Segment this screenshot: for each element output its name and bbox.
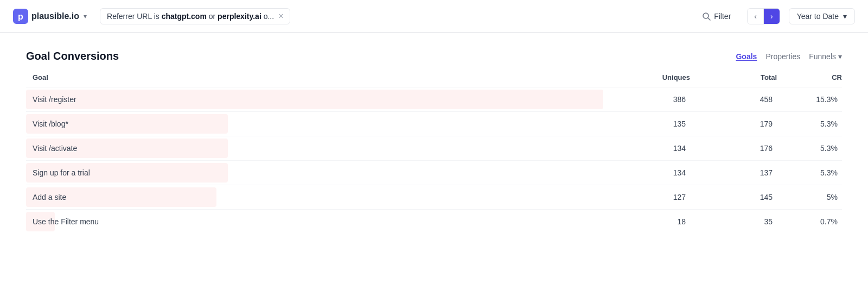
- goal-label: Add a site: [33, 193, 66, 202]
- uniques-cell: 134: [603, 139, 690, 158]
- col-header-total: Total: [690, 73, 777, 81]
- total-cell: 179: [690, 114, 777, 134]
- cr-cell: 5.3%: [777, 139, 842, 158]
- goal-label: Sign up for a trial: [33, 168, 90, 177]
- main-content: Goal Conversions Goals Properties Funnel…: [0, 33, 868, 302]
- goal-label: Use the Filter menu: [33, 217, 99, 226]
- tab-properties[interactable]: Properties: [765, 52, 800, 61]
- col-header-goal: Goal: [26, 73, 603, 81]
- topnav: p plausible.io ▾ Referrer URL is chatgpt…: [0, 0, 868, 33]
- funnels-chevron-icon: ▾: [838, 52, 842, 61]
- date-range-chevron-icon: ▾: [843, 12, 847, 21]
- goal-cell: Add a site: [26, 187, 603, 207]
- cr-cell: 15.3%: [777, 90, 842, 109]
- nav-prev-button[interactable]: ‹: [748, 9, 764, 24]
- cr-cell: 0.7%: [777, 212, 842, 231]
- nav-arrows: ‹ ›: [747, 8, 780, 24]
- tab-funnels[interactable]: Funnels ▾: [809, 52, 842, 61]
- table-row[interactable]: Add a site 127 145 5%: [26, 185, 842, 209]
- tab-goals[interactable]: Goals: [736, 52, 757, 61]
- filter-button[interactable]: Filter: [694, 9, 738, 24]
- search-icon: [702, 12, 711, 21]
- date-range-selector[interactable]: Year to Date ▾: [789, 8, 855, 24]
- cr-cell: 5.3%: [777, 163, 842, 183]
- table-header: Goal Uniques Total CR: [26, 73, 842, 87]
- goals-table: Goal Uniques Total CR Visit /register 38…: [26, 73, 842, 234]
- table-row[interactable]: Visit /activate 134 176 5.3%: [26, 136, 842, 160]
- table-row[interactable]: Use the Filter menu 18 35 0.7%: [26, 210, 842, 234]
- uniques-cell: 127: [603, 187, 690, 207]
- goal-cell: Visit /blog*: [26, 114, 603, 134]
- plausible-logo-icon: p: [13, 9, 28, 24]
- goal-label: Visit /activate: [33, 144, 77, 153]
- tab-group: Goals Properties Funnels ▾: [736, 52, 842, 61]
- total-cell: 458: [690, 90, 777, 109]
- filter-button-label: Filter: [714, 12, 731, 21]
- col-header-uniques: Uniques: [603, 73, 690, 81]
- cr-cell: 5%: [777, 187, 842, 207]
- section-title: Goal Conversions: [26, 50, 119, 62]
- filter-label: Referrer URL is chatgpt.com or perplexit…: [107, 12, 274, 21]
- filter-close-button[interactable]: ×: [278, 12, 283, 21]
- logo-area[interactable]: p plausible.io ▾: [13, 9, 87, 24]
- total-cell: 35: [690, 212, 777, 231]
- logo-chevron-icon: ▾: [84, 12, 87, 20]
- goal-cell: Sign up for a trial: [26, 163, 603, 183]
- table-row[interactable]: Visit /register 386 458 15.3%: [26, 87, 842, 111]
- goal-bar: [26, 90, 603, 109]
- goal-label: Visit /register: [33, 95, 76, 104]
- uniques-cell: 135: [603, 114, 690, 134]
- date-range-label: Year to Date: [797, 12, 839, 21]
- col-header-cr: CR: [777, 73, 842, 81]
- table-body: Visit /register 386 458 15.3% Visit /blo…: [26, 87, 842, 234]
- uniques-cell: 18: [603, 212, 690, 231]
- section-header: Goal Conversions Goals Properties Funnel…: [26, 50, 842, 62]
- uniques-cell: 134: [603, 163, 690, 183]
- logo-text: plausible.io: [31, 11, 79, 21]
- svg-text:p: p: [18, 12, 23, 21]
- cr-cell: 5.3%: [777, 114, 842, 134]
- filter-pill: Referrer URL is chatgpt.com or perplexit…: [100, 8, 290, 24]
- goal-cell: Visit /activate: [26, 139, 603, 158]
- svg-line-3: [708, 18, 710, 20]
- total-cell: 137: [690, 163, 777, 183]
- total-cell: 176: [690, 139, 777, 158]
- total-cell: 145: [690, 187, 777, 207]
- table-row[interactable]: Visit /blog* 135 179 5.3%: [26, 112, 842, 136]
- table-row[interactable]: Sign up for a trial 134 137 5.3%: [26, 161, 842, 185]
- goal-cell: Visit /register: [26, 90, 603, 109]
- nav-next-button[interactable]: ›: [764, 9, 780, 24]
- goal-cell: Use the Filter menu: [26, 212, 603, 231]
- uniques-cell: 386: [603, 90, 690, 109]
- goal-label: Visit /blog*: [33, 119, 68, 128]
